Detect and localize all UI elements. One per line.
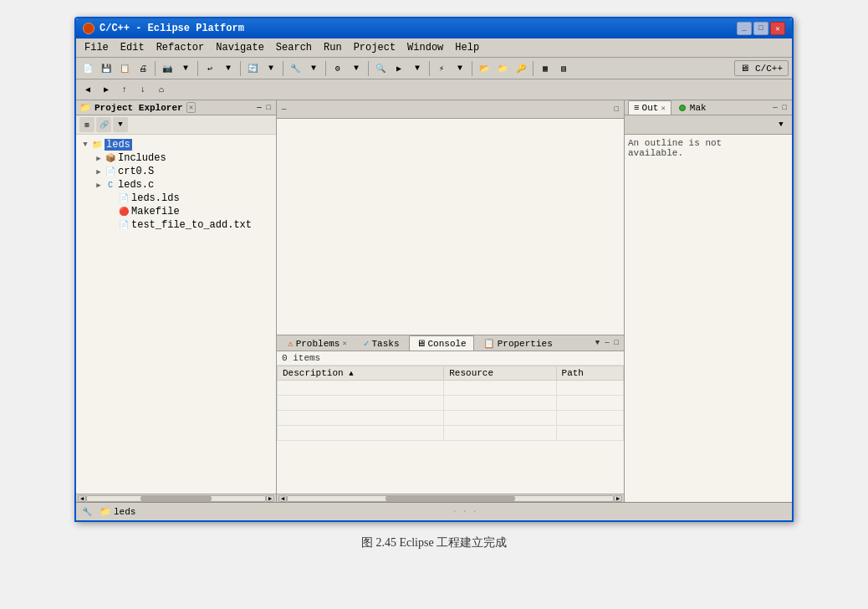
toolbar-btn-4[interactable]: 🖨 (135, 60, 151, 77)
toolbar-btn-19[interactable]: ▼ (452, 60, 468, 77)
nav-up-button[interactable]: ↑ (116, 81, 133, 98)
nav-fwd-button[interactable]: ▶ (98, 81, 115, 98)
tree-toggle-includes[interactable]: ▶ (94, 154, 103, 162)
toolbar-separator-1 (155, 61, 156, 76)
tab-problems-close[interactable]: ✕ (342, 339, 346, 348)
menu-edit[interactable]: Edit (115, 40, 150, 55)
perspective-button[interactable]: 🖥 C/C++ (734, 60, 789, 76)
tree-item-test-txt[interactable]: ▶ 📄 test_file_to_add.txt (78, 218, 274, 232)
toolbar-btn-9[interactable]: 🔄 (244, 60, 261, 77)
toolbar-btn-7[interactable]: ↩ (202, 60, 218, 77)
tree-item-crt0[interactable]: ▶ 📄 crt0.S (78, 165, 274, 178)
cell-res-4 (444, 426, 556, 441)
toolbar-btn-16[interactable]: ▶ (391, 60, 407, 77)
toolbar-btn-21[interactable]: 📁 (494, 60, 511, 77)
outline-icon: ≡ (634, 103, 640, 113)
toolbar-btn-6[interactable]: ▼ (177, 60, 194, 77)
menu-run[interactable]: Run (319, 40, 347, 55)
menu-navigate[interactable]: Navigate (211, 40, 269, 55)
toolbar-btn-14[interactable]: ▼ (348, 60, 365, 77)
toolbar-btn-17[interactable]: ▼ (409, 60, 426, 77)
toolbar-btn-24[interactable]: ▧ (555, 60, 572, 77)
toolbar-btn-2[interactable]: 💾 (98, 60, 115, 77)
collapse-all-button[interactable]: ⊞ (79, 117, 94, 132)
project-explorer-header: 📁 Project Explorer ✕ — □ (76, 100, 276, 115)
bottom-scroll-right[interactable]: ▶ (614, 495, 622, 502)
menu-search[interactable]: Search (271, 40, 317, 55)
editor-minimize-btn[interactable]: — (280, 105, 288, 114)
toolbar-btn-10[interactable]: ▼ (263, 60, 279, 77)
new-button[interactable]: 📄 (79, 60, 96, 77)
scroll-left-btn[interactable]: ◀ (78, 495, 86, 502)
tab-make[interactable]: Mak (673, 100, 712, 115)
tab-problems[interactable]: ⚠ Problems ✕ (280, 335, 355, 351)
tree-item-leds-lds[interactable]: ▶ 📄 leds.lds (78, 192, 274, 205)
toolbar-btn-3[interactable]: 📋 (116, 60, 133, 77)
menu-refactor[interactable]: Refactor (151, 40, 210, 55)
scroll-track[interactable] (86, 495, 266, 502)
nav-back-button[interactable]: ◀ (79, 81, 96, 98)
right-maximize-btn[interactable]: □ (781, 104, 789, 112)
explorer-scrollbar[interactable]: ◀ ▶ (76, 494, 276, 502)
explorer-minimize-btn[interactable]: — (255, 104, 263, 112)
close-button[interactable]: ✕ (770, 22, 785, 35)
status-project-name: leds (114, 507, 135, 517)
toolbar-btn-5[interactable]: 📷 (159, 60, 176, 77)
nav-home-button[interactable]: ⌂ (153, 81, 170, 98)
toolbar-btn-18[interactable]: ⚡ (433, 60, 450, 77)
toolbar-btn-23[interactable]: ▦ (537, 60, 554, 77)
bottom-minimize-btn[interactable]: — (603, 339, 610, 347)
toolbar-btn-20[interactable]: 📂 (476, 60, 493, 77)
menu-help[interactable]: Help (450, 40, 484, 55)
bottom-scrollbar[interactable]: ◀ ▶ (277, 494, 624, 502)
tab-tasks[interactable]: ✓ Tasks (356, 335, 407, 351)
tab-outline-close[interactable]: ✕ (661, 104, 665, 113)
menu-window[interactable]: Window (402, 40, 448, 55)
bottom-maximize-btn[interactable]: □ (613, 339, 620, 347)
status-project: 📁 leds (100, 506, 135, 517)
right-minimize-btn[interactable]: — (771, 104, 779, 112)
table-row (278, 396, 624, 411)
minimize-button[interactable]: _ (737, 22, 752, 35)
bottom-view-menu-btn[interactable]: ▼ (594, 339, 601, 347)
tree-item-makefile[interactable]: ▶ 🔴 Makefile (78, 205, 274, 218)
toolbar-btn-15[interactable]: 🔍 (372, 60, 389, 77)
explorer-maximize-btn[interactable]: □ (265, 104, 273, 112)
project-explorer-title: Project Explorer (94, 103, 183, 113)
tree-toggle-leds[interactable]: ▼ (81, 141, 89, 149)
tree-item-leds[interactable]: ▼ 📁 leds (78, 138, 274, 151)
menu-file[interactable]: File (79, 40, 114, 55)
tab-properties[interactable]: 📋 Properties (476, 335, 560, 351)
bottom-content: 0 items Description ▲ Resource Path (277, 351, 624, 494)
scroll-right-btn[interactable]: ▶ (266, 495, 274, 502)
toolbar-btn-13[interactable]: ⚙ (329, 60, 346, 77)
table-row (278, 381, 624, 396)
toolbar-btn-12[interactable]: ▼ (305, 60, 322, 77)
tab-console[interactable]: 🖥 Console (409, 335, 474, 351)
editor-maximize-btn[interactable]: □ (613, 105, 620, 114)
tree-item-includes[interactable]: ▶ 📦 Includes (78, 151, 274, 165)
toolbar-btn-11[interactable]: 🔧 (287, 60, 304, 77)
tree-label-crt0: crt0.S (118, 166, 154, 177)
tab-outline[interactable]: ≡ Out ✕ (628, 100, 671, 115)
tree-toggle-leds-c[interactable]: ▶ (94, 181, 103, 189)
col-path: Path (556, 366, 623, 381)
toolbar-separator-6 (368, 61, 369, 76)
outline-view-menu[interactable]: ▼ (774, 117, 789, 132)
sort-icon[interactable]: ▲ (349, 370, 353, 378)
toolbar-btn-22[interactable]: 🔑 (513, 60, 529, 77)
view-menu-button[interactable]: ▼ (113, 117, 128, 132)
properties-icon: 📋 (483, 338, 495, 349)
cell-path-2 (556, 396, 623, 411)
tree-item-leds-c[interactable]: ▶ C leds.c (78, 178, 274, 192)
right-panel-tabs: ≡ Out ✕ Mak — □ (625, 100, 792, 115)
bottom-scroll-left[interactable]: ◀ (278, 495, 287, 502)
nav-down-button[interactable]: ↓ (135, 81, 151, 98)
project-explorer-close[interactable]: ✕ (186, 102, 196, 113)
bottom-scroll-track[interactable] (287, 495, 614, 502)
link-editor-button[interactable]: 🔗 (96, 117, 111, 132)
maximize-button[interactable]: □ (753, 22, 768, 35)
menu-project[interactable]: Project (349, 40, 401, 55)
tree-toggle-crt0[interactable]: ▶ (94, 167, 103, 176)
toolbar-btn-8[interactable]: ▼ (220, 60, 237, 77)
